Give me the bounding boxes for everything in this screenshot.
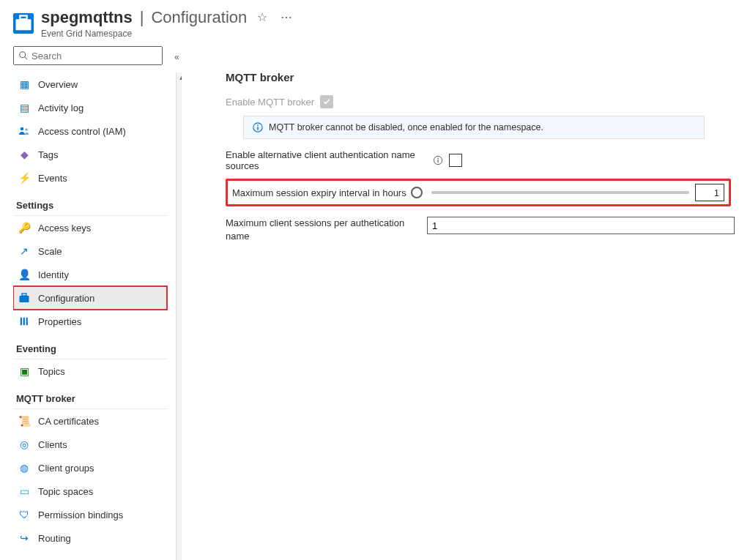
- search-input[interactable]: [29, 51, 157, 61]
- clients-icon: ◎: [18, 438, 31, 451]
- certificate-icon: 📜: [18, 414, 31, 428]
- sidebar-item-label: Access control (IAM): [38, 126, 126, 137]
- favorite-star-icon[interactable]: ☆: [254, 7, 270, 27]
- more-ellipsis-icon[interactable]: ⋯: [278, 7, 295, 27]
- info-banner-text: MQTT broker cannot be disabled, once ena…: [269, 122, 543, 132]
- svg-rect-10: [26, 318, 28, 326]
- check-icon: [322, 97, 331, 106]
- identity-icon: 👤: [18, 268, 31, 281]
- sidebar-search[interactable]: [13, 46, 163, 65]
- svg-point-5: [25, 128, 28, 131]
- sidebar-item-ca-certificates[interactable]: 📜 CA certificates: [13, 409, 167, 433]
- sidebar-item-topic-spaces[interactable]: ▭ Topic spaces: [13, 479, 167, 503]
- sidebar-item-label: Clients: [38, 439, 67, 450]
- sidebar-item-label: Properties: [38, 316, 81, 327]
- info-icon: [253, 122, 263, 132]
- sidebar-item-label: Events: [38, 173, 67, 184]
- topics-icon: ▣: [18, 365, 31, 378]
- svg-rect-16: [437, 160, 438, 163]
- scrollbar-up-icon[interactable]: ▲: [177, 72, 182, 83]
- activity-log-icon: ▤: [18, 101, 31, 114]
- sidebar-item-permission-bindings[interactable]: 🛡 Permission bindings: [13, 503, 167, 526]
- resource-type-subtitle: Event Grid Namespace: [41, 29, 295, 39]
- scrollbar-track[interactable]: ▲: [176, 72, 182, 560]
- svg-point-2: [20, 52, 26, 58]
- sidebar-item-label: Permission bindings: [38, 509, 123, 520]
- page-header: spegmqttns | Configuration ☆ ⋯ Event Gri…: [0, 0, 739, 42]
- svg-rect-1: [20, 15, 26, 19]
- sidebar-item-label: Activity log: [38, 102, 83, 113]
- info-banner: MQTT broker cannot be disabled, once ena…: [243, 116, 705, 139]
- sidebar-item-scale[interactable]: ↗ Scale: [13, 239, 167, 263]
- sidebar-item-label: Tags: [38, 149, 58, 160]
- sidebar-item-topics[interactable]: ▣ Topics: [13, 359, 167, 383]
- key-icon: 🔑: [18, 221, 31, 234]
- group-mqtt-broker: MQTT broker: [13, 383, 167, 409]
- sidebar-item-label: Scale: [38, 246, 62, 257]
- group-settings: Settings: [13, 190, 167, 216]
- sidebar-item-identity[interactable]: 👤 Identity: [13, 263, 167, 286]
- sidebar-item-access-control[interactable]: Access control (IAM): [13, 119, 167, 143]
- client-groups-icon: ◍: [18, 461, 31, 474]
- svg-point-12: [257, 124, 259, 126]
- session-expiry-row-highlighted: Maximum session expiry interval in hours…: [226, 179, 731, 206]
- session-expiry-slider[interactable]: [431, 191, 689, 194]
- svg-rect-9: [23, 318, 25, 326]
- properties-icon: [18, 315, 31, 328]
- max-sessions-label: Maximum client sessions per autheticatio…: [226, 217, 427, 242]
- resource-name: spegmqttns: [41, 8, 133, 27]
- svg-point-15: [437, 158, 439, 160]
- sidebar-item-label: Routing: [38, 533, 71, 544]
- resource-briefcase-icon: [13, 13, 34, 34]
- lightning-icon: ⚡: [18, 171, 31, 184]
- sidebar-item-tags[interactable]: ◆ Tags: [13, 143, 167, 166]
- section-title: MQTT broker: [226, 71, 735, 83]
- toolbox-icon: [18, 291, 31, 305]
- sidebar-item-label: Configuration: [38, 293, 94, 304]
- enable-mqtt-checkbox-disabled: [320, 95, 333, 108]
- alt-auth-label: Enable alternative client authentication…: [226, 149, 427, 171]
- enable-mqtt-label: Enable MQTT broker: [226, 97, 314, 108]
- svg-point-4: [21, 127, 24, 131]
- scale-icon: ↗: [18, 244, 31, 258]
- sidebar-item-routing[interactable]: ↪ Routing: [13, 526, 167, 550]
- sidebar: « ▲ ▦ Overview ▤ Activity log: [13, 42, 182, 560]
- sidebar-item-events[interactable]: ⚡ Events: [13, 166, 167, 190]
- sidebar-item-activity-log[interactable]: ▤ Activity log: [13, 96, 167, 119]
- overview-icon: ▦: [18, 78, 31, 91]
- sidebar-item-label: Access keys: [38, 223, 91, 234]
- sidebar-item-label: CA certificates: [38, 416, 99, 427]
- main-content: MQTT broker Enable MQTT broker MQTT brok…: [182, 42, 739, 560]
- sidebar-item-label: Overview: [38, 79, 78, 90]
- shield-icon: 🛡: [18, 508, 31, 521]
- max-sessions-input[interactable]: [427, 217, 735, 234]
- sidebar-item-access-keys[interactable]: 🔑 Access keys: [13, 216, 167, 239]
- people-icon: [18, 124, 31, 138]
- svg-rect-8: [21, 318, 22, 326]
- group-eventing: Eventing: [13, 333, 167, 359]
- sidebar-item-overview[interactable]: ▦ Overview: [13, 72, 167, 96]
- sidebar-item-clients[interactable]: ◎ Clients: [13, 433, 167, 456]
- svg-rect-6: [20, 296, 29, 302]
- info-tooltip-icon[interactable]: [433, 155, 443, 165]
- topic-spaces-icon: ▭: [18, 485, 31, 498]
- sidebar-item-client-groups[interactable]: ◍ Client groups: [13, 456, 167, 479]
- sidebar-item-label: Topic spaces: [38, 486, 93, 497]
- sidebar-item-label: Identity: [38, 269, 69, 280]
- sidebar-item-label: Client groups: [38, 463, 94, 474]
- session-expiry-value[interactable]: 1: [695, 184, 724, 201]
- sidebar-item-label: Topics: [38, 366, 65, 377]
- search-icon: [18, 51, 29, 61]
- svg-rect-0: [16, 19, 31, 30]
- routing-icon: ↪: [18, 531, 31, 545]
- title-separator: |: [140, 8, 144, 27]
- sidebar-item-properties[interactable]: Properties: [13, 310, 167, 333]
- svg-line-3: [25, 57, 28, 60]
- sidebar-nav: ▲ ▦ Overview ▤ Activity log Access contr…: [13, 72, 182, 560]
- svg-rect-13: [257, 127, 258, 130]
- alt-auth-checkbox[interactable]: [449, 154, 462, 167]
- sidebar-item-configuration[interactable]: Configuration: [13, 286, 167, 310]
- page-title: Configuration: [151, 8, 247, 27]
- tag-icon: ◆: [18, 148, 31, 161]
- slider-thumb-icon[interactable]: [411, 187, 423, 198]
